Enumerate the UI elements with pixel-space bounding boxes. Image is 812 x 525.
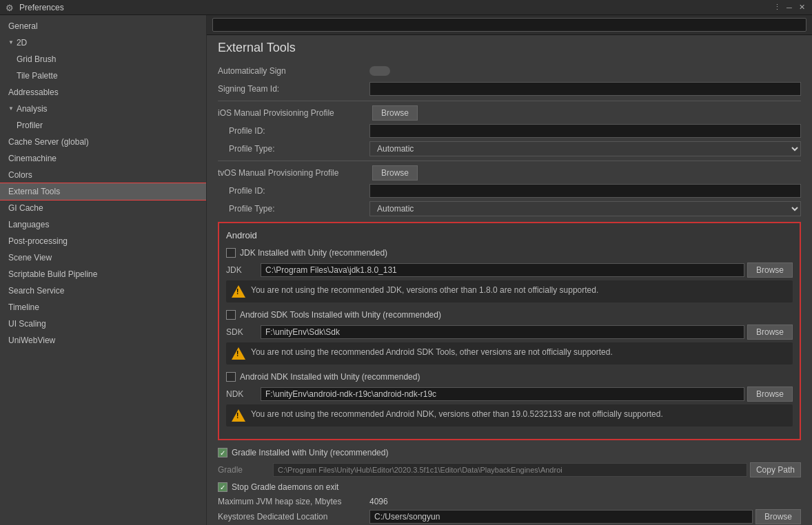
content-area: External Tools Automatically Sign Signin… bbox=[207, 15, 812, 525]
jdk-warning-text: You are not using the recommended JDK, v… bbox=[251, 285, 598, 296]
more-button[interactable]: ⋮ bbox=[772, 3, 782, 12]
sidebar-item-cache-server[interactable]: Cache Server (global) bbox=[0, 134, 206, 150]
sidebar-item-general[interactable]: General bbox=[0, 18, 206, 34]
max-jvm-row: Maximum JVM heap size, Mbytes 4096 bbox=[218, 497, 801, 506]
tvos-profile-browse-button[interactable]: Browse bbox=[372, 165, 418, 181]
sdk-browse-button[interactable]: Browse bbox=[747, 325, 793, 340]
sidebar-item-2d[interactable]: ▼ 2D bbox=[0, 34, 206, 51]
warning-triangle-icon bbox=[232, 285, 245, 298]
sdk-warning-text: You are not using the recommended Androi… bbox=[251, 347, 613, 358]
gradle-checkbox[interactable]: ✓ bbox=[218, 448, 227, 457]
tvos-profile-id-label: Profile ID: bbox=[218, 186, 369, 196]
ios-profile-type-row: Profile Type: Automatic Development Dist… bbox=[218, 141, 801, 156]
sidebar-item-uniwebview[interactable]: UniWebView bbox=[0, 332, 206, 349]
sidebar-item-profiler[interactable]: Profiler bbox=[0, 117, 206, 134]
jdk-checkbox-row: JDK Installed with Unity (recommended) bbox=[226, 246, 793, 260]
jdk-path-row: JDK Browse bbox=[226, 262, 793, 278]
sdk-path-input[interactable] bbox=[261, 325, 744, 339]
ndk-browse-button[interactable]: Browse bbox=[747, 387, 793, 402]
android-title: Android bbox=[226, 230, 793, 240]
sdk-checkbox[interactable] bbox=[226, 310, 236, 320]
gradle-label: Gradle bbox=[218, 465, 273, 475]
sidebar-item-grid-brush[interactable]: Grid Brush bbox=[0, 51, 206, 68]
auto-sign-label: Automatically Sign bbox=[218, 66, 369, 76]
jdk-checkbox[interactable] bbox=[226, 248, 236, 258]
warning-triangle-icon-3 bbox=[232, 409, 245, 422]
keystores-input[interactable] bbox=[369, 510, 753, 524]
sdk-path-row: SDK Browse bbox=[226, 325, 793, 340]
ndk-checkbox[interactable] bbox=[226, 372, 236, 382]
tvos-profile-id-input[interactable] bbox=[369, 184, 801, 198]
keystores-label: Keystores Dedicated Location bbox=[218, 512, 369, 522]
tvos-profile-type-select[interactable]: Automatic Development Distribution bbox=[369, 201, 801, 216]
ios-profile-label: iOS Manual Provisioning Profile bbox=[218, 108, 369, 118]
warning-icon bbox=[232, 285, 245, 298]
auto-sign-row: Automatically Sign bbox=[218, 63, 801, 79]
jdk-browse-button[interactable]: Browse bbox=[747, 262, 793, 278]
gear-icon: ⚙ bbox=[6, 3, 15, 12]
ios-profile-id-label: Profile ID: bbox=[218, 126, 369, 136]
jdk-path-input[interactable] bbox=[261, 263, 744, 277]
search-input[interactable] bbox=[212, 18, 806, 32]
warning-icon-2 bbox=[232, 347, 245, 360]
close-button[interactable]: ✕ bbox=[797, 3, 806, 12]
sdk-warning: You are not using the recommended Androi… bbox=[226, 342, 793, 364]
divider-2 bbox=[218, 161, 801, 161]
sidebar-item-tile-palette[interactable]: Tile Palette bbox=[0, 68, 206, 84]
warning-icon-3 bbox=[232, 409, 245, 422]
sidebar-item-colors[interactable]: Colors bbox=[0, 167, 206, 183]
sidebar-item-languages[interactable]: Languages bbox=[0, 216, 206, 233]
sdk-path-label: SDK bbox=[226, 327, 261, 337]
content-scroll: External Tools Automatically Sign Signin… bbox=[207, 35, 812, 525]
sidebar-item-cinemachine[interactable]: Cinemachine bbox=[0, 150, 206, 167]
sidebar-item-ui-scaling[interactable]: UI Scaling bbox=[0, 316, 206, 332]
tvos-profile-type-row: Profile Type: Automatic Development Dist… bbox=[218, 201, 801, 216]
ndk-path-row: NDK Browse bbox=[226, 387, 793, 402]
sidebar-item-timeline[interactable]: Timeline bbox=[0, 299, 206, 316]
warning-triangle-icon-2 bbox=[232, 347, 245, 360]
gradle-checkbox-row: ✓ Gradle Installed with Unity (recommend… bbox=[218, 446, 801, 460]
window-controls: ⋮ ─ ✕ bbox=[772, 3, 806, 12]
jdk-checkbox-label: JDK Installed with Unity (recommended) bbox=[240, 248, 387, 258]
ios-profile-id-input[interactable] bbox=[369, 124, 801, 138]
sidebar-item-scene-view[interactable]: Scene View bbox=[0, 249, 206, 266]
ios-profile-id-row: Profile ID: bbox=[218, 123, 801, 138]
sidebar-item-search-service[interactable]: Search Service bbox=[0, 282, 206, 299]
sidebar-item-external-tools[interactable]: External Tools bbox=[0, 183, 206, 200]
jdk-warning: You are not using the recommended JDK, v… bbox=[226, 280, 793, 302]
main-layout: General ▼ 2D Grid Brush Tile Palette Add… bbox=[0, 15, 812, 525]
max-jvm-label: Maximum JVM heap size, Mbytes bbox=[218, 497, 369, 506]
ios-profile-type-label: Profile Type: bbox=[218, 144, 369, 154]
tvos-profile-label: tvOS Manual Provisioning Profile bbox=[218, 168, 369, 178]
sidebar-item-post-processing[interactable]: Post-processing bbox=[0, 233, 206, 249]
ios-profile-type-select[interactable]: Automatic Development Distribution bbox=[369, 141, 801, 156]
triangle-icon: ▼ bbox=[8, 103, 14, 115]
ndk-checkbox-row: Android NDK Installed with Unity (recomm… bbox=[226, 370, 793, 384]
sidebar-item-addressables[interactable]: Addressables bbox=[0, 84, 206, 101]
sidebar: General ▼ 2D Grid Brush Tile Palette Add… bbox=[0, 15, 207, 525]
signing-team-input[interactable] bbox=[369, 82, 801, 96]
minimize-button[interactable]: ─ bbox=[784, 3, 794, 12]
gradle-path-input[interactable] bbox=[273, 463, 747, 477]
max-jvm-value: 4096 bbox=[369, 497, 388, 506]
stop-gradle-checkbox[interactable]: ✓ bbox=[218, 482, 227, 492]
ndk-path-input[interactable] bbox=[261, 387, 744, 401]
stop-gradle-label: Stop Gradle daemons on exit bbox=[232, 482, 338, 492]
sidebar-item-scriptable-build[interactable]: Scriptable Build Pipeline bbox=[0, 266, 206, 282]
triangle-icon: ▼ bbox=[8, 37, 14, 49]
ios-profile-browse-button[interactable]: Browse bbox=[372, 105, 418, 121]
gradle-path-row: Gradle Copy Path bbox=[218, 462, 801, 477]
divider-1 bbox=[218, 101, 801, 101]
gradle-copy-path-button[interactable]: Copy Path bbox=[750, 462, 801, 477]
auto-sign-toggle[interactable] bbox=[369, 66, 390, 76]
sdk-checkbox-row: Android SDK Tools Installed with Unity (… bbox=[226, 308, 793, 322]
general-label: General bbox=[8, 20, 38, 32]
ndk-warning: You are not using the recommended Androi… bbox=[226, 404, 793, 426]
keystores-browse-button[interactable]: Browse bbox=[755, 509, 801, 524]
title-bar: ⚙ Preferences ⋮ ─ ✕ bbox=[0, 0, 812, 15]
sidebar-item-analysis[interactable]: ▼ Analysis bbox=[0, 101, 206, 117]
tvos-profile-type-label: Profile Type: bbox=[218, 204, 369, 214]
stop-gradle-row: ✓ Stop Gradle daemons on exit bbox=[218, 480, 801, 494]
sidebar-item-gi-cache[interactable]: GI Cache bbox=[0, 200, 206, 216]
ios-profile-row: iOS Manual Provisioning Profile Browse bbox=[218, 105, 801, 121]
